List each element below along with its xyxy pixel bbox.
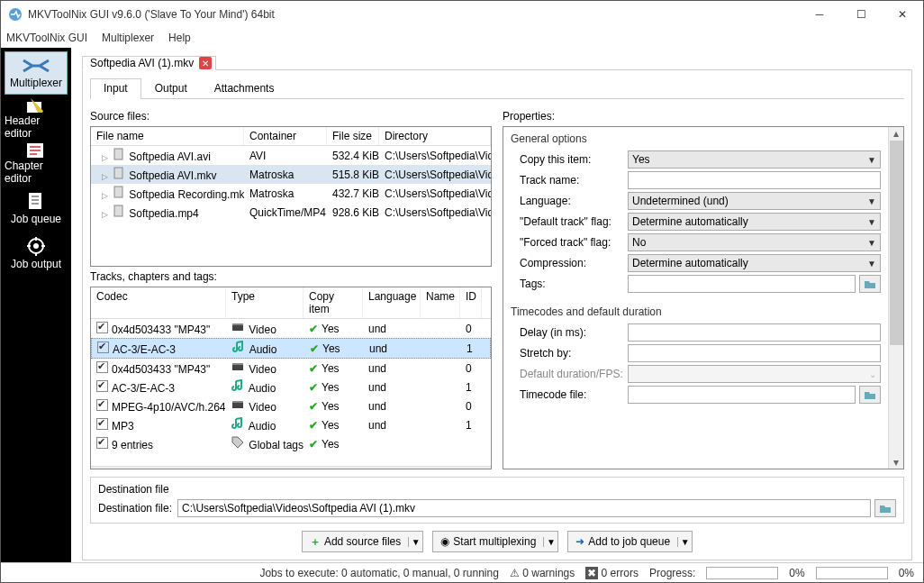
col-container[interactable]: Container [244,127,327,145]
tab-input[interactable]: Input [90,78,141,99]
file-icon [112,148,126,160]
sidebar-item-job-output[interactable]: Job output [5,232,68,275]
multiplexer-icon [22,57,50,75]
compression-select[interactable]: Determine automatically▼ [628,254,881,272]
col-id[interactable]: ID [460,287,482,318]
folder-open-icon [864,278,876,289]
document-tab[interactable]: Softpedia AVI (1).mkv ✕ [82,56,216,70]
vertical-scrollbar[interactable]: ▴▾ [888,127,903,469]
error-icon: ✖ [585,567,598,579]
track-name-input[interactable] [628,171,881,189]
maximize-button[interactable]: ☐ [840,1,882,28]
track-row[interactable]: AC-3/E-AC-3 Audio✔Yesund1 [91,338,491,359]
track-row[interactable]: 9 entries Global tags✔Yes [91,434,491,453]
general-options-title: General options [511,132,888,145]
add-source-files-button[interactable]: ＋Add source files▼ [302,531,423,552]
destination-file-label: Destination file: [98,502,172,515]
menu-mkvtoolnix[interactable]: MKVToolNix GUI [6,32,87,44]
track-checkbox[interactable] [97,342,109,353]
col-directory[interactable]: Directory [379,127,491,145]
tracks-list[interactable]: Codec Type Copy item Language Name ID 0x… [90,287,492,469]
track-row[interactable]: 0x4d503433 "MP43" Video✔Yesund0 [91,359,491,378]
stretch-input[interactable] [628,344,881,362]
copy-item-select[interactable]: Yes▼ [628,150,881,169]
track-row[interactable]: MP3 Audio✔Yesund1 [91,415,491,434]
queue-dropdown-button[interactable]: ▼ [677,537,692,547]
add-dropdown-button[interactable]: ▼ [408,537,422,547]
col-name[interactable]: Name [421,287,460,318]
tags-browse-button[interactable] [859,275,881,293]
destination-group: Destination file Destination file: C:\Us… [90,477,904,524]
track-row[interactable]: AC-3/E-AC-3 Audio✔Yesund1 [91,378,491,396]
language-select[interactable]: Undetermined (und)▼ [628,192,881,210]
sidebar-item-label: Job output [11,258,61,270]
minimize-button[interactable]: ─ [799,1,840,28]
sidebar-item-multiplexer[interactable]: Multiplexer [5,51,68,95]
source-file-row[interactable]: ▷ Softpedia AVI.mkvMatroska515.8 KiBC:\U… [91,165,491,184]
sidebar-item-header-editor[interactable]: Header editor [5,96,68,140]
progress-bar-1 [706,567,778,579]
status-warnings[interactable]: ⚠ 0 warnings [510,567,575,579]
col-filename[interactable]: File name [91,127,244,145]
duration-select: ⌄ [628,365,881,383]
close-button[interactable]: ✕ [882,1,923,28]
source-files-list[interactable]: File name Container File size Directory … [90,126,492,267]
tab-attachments[interactable]: Attachments [201,78,288,99]
audio-icon [231,417,244,430]
start-multiplexing-button[interactable]: ◉Start multiplexing▼ [432,531,558,552]
start-dropdown-button[interactable]: ▼ [543,537,557,547]
language-label: Language: [520,195,628,207]
timecode-browse-button[interactable] [859,386,881,404]
track-checkbox[interactable] [96,437,108,449]
list-header: Codec Type Copy item Language Name ID [91,287,491,319]
col-type[interactable]: Type [226,287,303,318]
destination-browse-button[interactable] [874,499,896,517]
warning-icon: ⚠ [510,567,520,579]
sidebar-item-chapter-editor[interactable]: Chapter editor [5,141,68,185]
menu-multiplexer[interactable]: Multiplexer [102,32,154,44]
plus-icon: ＋ [310,534,321,550]
source-file-row[interactable]: ▷ Softpedia AVI.aviAVI532.4 KiBC:\Users\… [91,146,491,165]
track-checkbox[interactable] [96,322,108,333]
forced-track-select[interactable]: No▼ [628,233,881,251]
video-icon [231,321,244,333]
track-checkbox[interactable] [96,418,108,430]
video-icon [231,398,244,411]
add-to-queue-button[interactable]: ➜Add to job queue▼ [567,531,693,552]
video-icon [231,360,244,373]
timecode-file-label: Timecode file: [520,388,628,401]
tags-input[interactable] [628,275,856,293]
status-errors[interactable]: ✖ 0 errors [585,567,639,579]
source-file-row[interactable]: ▷ Softpedia Recording.mkvMatroska432.7 K… [91,184,491,203]
horizontal-scrollbar[interactable]: ◄► [91,466,491,469]
destination-group-title: Destination file [98,483,169,496]
timecode-file-input[interactable] [628,386,856,404]
destination-file-input[interactable]: C:\Users\Softpedia\Videos\Softpedia AVI … [177,499,871,517]
sidebar-item-label: Job queue [11,213,61,225]
track-checkbox[interactable] [96,380,108,392]
source-files-label: Source files: [90,110,492,123]
tab-output[interactable]: Output [141,78,201,99]
menu-help[interactable]: Help [168,32,191,44]
job-queue-icon [25,191,47,211]
track-row[interactable]: MPEG-4p10/AVC/h.264 Video✔Yesund0 [91,396,491,415]
track-checkbox[interactable] [96,399,108,411]
sidebar-item-job-queue[interactable]: Job queue [5,187,68,230]
track-row[interactable]: 0x4d503433 "MP43" Video✔Yesund0 [91,319,491,338]
col-codec[interactable]: Codec [91,287,226,318]
properties-label: Properties: [503,110,904,123]
col-language[interactable]: Language [363,287,421,318]
source-file-row[interactable]: ▷ Softpedia.mp4QuickTime/MP4928.6 KiBC:\… [91,203,491,222]
panel: Input Output Attachments Source files: F… [82,69,912,560]
svg-rect-7 [114,168,122,178]
delay-input[interactable] [628,323,881,342]
default-track-select[interactable]: Determine automatically▼ [628,213,881,231]
properties-panel: General options Copy this item:Yes▼ Trac… [503,126,904,469]
track-checkbox[interactable] [96,361,108,373]
tags-label: Tags: [520,278,628,290]
svg-rect-15 [232,401,243,403]
col-copy[interactable]: Copy item [303,287,363,318]
col-filesize[interactable]: File size [327,127,379,145]
close-tab-icon[interactable]: ✕ [199,57,212,69]
file-icon [112,167,126,179]
